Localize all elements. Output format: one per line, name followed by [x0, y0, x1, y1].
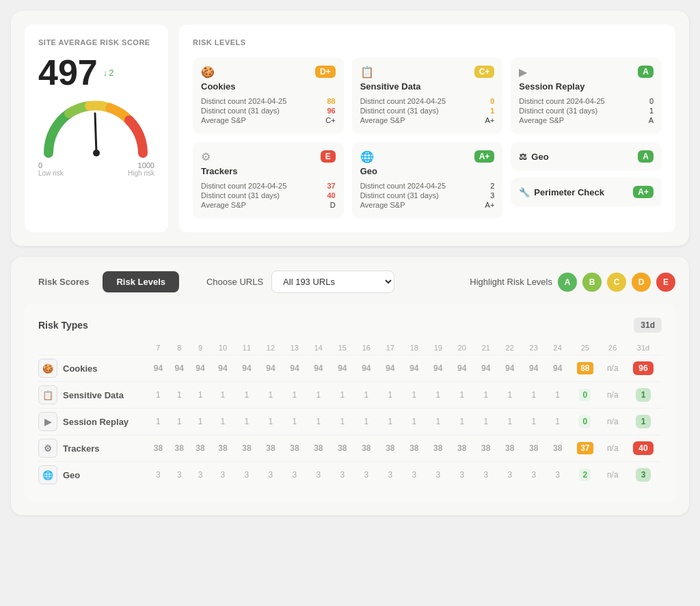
highlight-e[interactable]: E [656, 273, 675, 292]
sd-d15: 1 [330, 381, 354, 408]
trackers-row-2: Distinct count (31 days) 40 [201, 191, 336, 199]
geo-name: Geo [360, 166, 377, 176]
tr-31d: 40 [625, 435, 662, 461]
geo-d21: 3 [474, 461, 498, 488]
gauge-labels: 0 1000 [38, 161, 154, 169]
tr-d15: 38 [330, 435, 354, 461]
tr-d21: 38 [474, 435, 498, 461]
filter-row: Choose URLS All 193 URLs [206, 271, 470, 293]
sr-d15: 1 [330, 408, 354, 435]
cookies-d23: 94 [522, 355, 546, 381]
table-row-sensitive: 📋 Sensitive Data 1 1 1 1 1 1 1 1 1 1 1 1 [38, 381, 662, 408]
session-row-2: Distinct count (31 days) 1 [519, 107, 654, 115]
table-title: Risk Types [38, 320, 88, 331]
cookies-row-2: Distinct count (31 days) 96 [201, 107, 336, 115]
highlight-d[interactable]: D [632, 273, 651, 292]
tr-d16: 38 [354, 435, 378, 461]
gauge-risk-labels: Low risk High risk [38, 169, 154, 177]
col-8: 8 [169, 341, 190, 355]
geo-d17: 3 [378, 461, 402, 488]
sr-d9: 1 [190, 408, 211, 435]
geo-d26: n/a [600, 461, 625, 488]
cookies-d26: n/a [600, 355, 625, 381]
svg-line-0 [95, 113, 96, 153]
url-select[interactable]: All 193 URLs [271, 271, 394, 293]
trackers-label: Trackers [63, 443, 100, 454]
geo-type-cell: 🌐 Geo [38, 461, 148, 488]
highlight-row: Highlight Risk Levels A B C D E [470, 273, 675, 292]
col-type [38, 341, 148, 355]
table-card: Risk Types 31d 7 8 9 10 11 12 13 14 15 1… [25, 304, 675, 501]
tab-risk-levels[interactable]: Risk Levels [103, 271, 179, 292]
sensitive-label: Sensitive Data [63, 390, 124, 400]
tr-d10: 38 [211, 435, 234, 461]
col-26: 26 [600, 341, 625, 355]
risk-score-card: SITE AVERAGE RISK SCORE 497 ↓ 2 [25, 25, 168, 232]
highlight-a[interactable]: A [558, 273, 577, 292]
tr-d24: 38 [546, 435, 569, 461]
trackers-icon: ⚙ [201, 150, 238, 163]
highlight-label: Highlight Risk Levels [470, 277, 552, 287]
sd-d13: 1 [282, 381, 306, 408]
col-23: 23 [522, 341, 546, 355]
col-18: 18 [402, 341, 426, 355]
cookies-d25: 88 [569, 355, 600, 381]
col-13: 13 [282, 341, 306, 355]
perimeter-icon: 🔧 [519, 187, 530, 197]
col-25: 25 [569, 341, 600, 355]
sd-d9: 1 [190, 381, 211, 408]
risk-levels-title: RISK LEVELS [193, 38, 662, 46]
session-replay-name: Session Replay [519, 81, 584, 92]
cookies-d7: 94 [148, 355, 169, 381]
session-replay-icon: ▶ [519, 66, 584, 79]
trackers-type-cell: ⚙ Trackers [38, 435, 148, 461]
cookies-name: Cookies [201, 81, 236, 92]
session-row-icon: ▶ [38, 412, 57, 431]
sr-d13: 1 [282, 408, 306, 435]
sd-d7: 1 [148, 381, 169, 408]
tr-d12: 38 [258, 435, 282, 461]
geo-d24: 3 [546, 461, 569, 488]
col-14: 14 [306, 341, 330, 355]
cookies-d24: 94 [546, 355, 569, 381]
geo-d20: 3 [450, 461, 474, 488]
highlight-b[interactable]: B [582, 273, 602, 292]
cookies-31d: 96 [625, 355, 662, 381]
geo-d8: 3 [169, 461, 190, 488]
table-row-cookies: 🍪 Cookies 94 94 94 94 94 94 94 94 94 94 … [38, 355, 662, 381]
tr-d17: 38 [378, 435, 402, 461]
perimeter-check-name: 🔧 Perimeter Check [519, 187, 604, 197]
geo-d23: 3 [522, 461, 546, 488]
sd-d11: 1 [234, 381, 258, 408]
geo-extra-name: ⚖ Geo [519, 152, 548, 162]
highlight-c[interactable]: C [607, 273, 626, 292]
sd-d21: 1 [474, 381, 498, 408]
tr-d14: 38 [306, 435, 330, 461]
cookies-d15: 94 [330, 355, 354, 381]
sr-d25: 0 [569, 408, 600, 435]
sensitive-grade: C+ [474, 66, 495, 78]
tr-d19: 38 [426, 435, 450, 461]
trackers-row-icon: ⚙ [38, 439, 57, 458]
tr-d13: 38 [282, 435, 306, 461]
sr-31d: 1 [625, 408, 662, 435]
days-badge: 31d [634, 318, 662, 333]
tab-risk-scores[interactable]: Risk Scores [25, 271, 103, 292]
geo-row-3: Average S&P A+ [360, 201, 495, 209]
cookies-d14: 94 [306, 355, 330, 381]
geo-icon: 🌐 [360, 150, 377, 163]
sr-d10: 1 [211, 408, 234, 435]
cookies-label: Cookies [63, 363, 98, 374]
sr-d23: 1 [522, 408, 546, 435]
col-10: 10 [211, 341, 234, 355]
table-row-geo: 🌐 Geo 3 3 3 3 3 3 3 3 3 3 3 3 3 [38, 461, 662, 488]
sr-d20: 1 [450, 408, 474, 435]
svg-point-1 [93, 150, 100, 156]
geo-d13: 3 [282, 461, 306, 488]
geo-row-1: Distinct count 2024-04-25 2 [360, 182, 495, 190]
cookies-d20: 94 [450, 355, 474, 381]
sensitive-row-icon: 📋 [38, 385, 57, 404]
session-label: Session Replay [63, 417, 129, 427]
cookies-d17: 94 [378, 355, 402, 381]
col-20: 20 [450, 341, 474, 355]
